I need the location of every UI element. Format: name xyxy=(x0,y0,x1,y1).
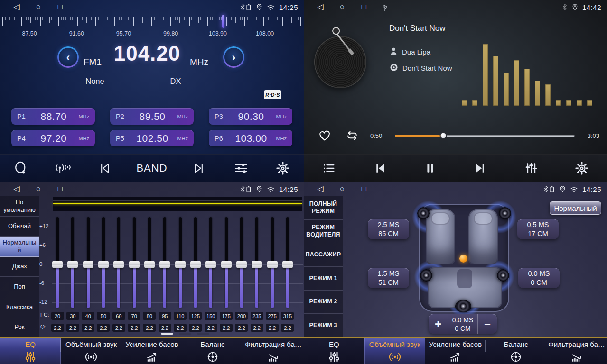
eq-band-slider[interactable] xyxy=(97,216,110,309)
preset-button-p1[interactable]: P188.70MHz xyxy=(11,108,95,125)
eq-slider-knob[interactable] xyxy=(205,261,216,268)
listener-position-ball[interactable] xyxy=(459,255,467,263)
eq-band-slider[interactable] xyxy=(112,216,125,309)
nav-home-icon[interactable]: ○ xyxy=(28,182,49,196)
eq-band-slider[interactable] xyxy=(158,216,171,309)
eq-band-slider[interactable] xyxy=(281,216,294,309)
nav-back-icon[interactable]: ◁ xyxy=(309,0,331,14)
eq-preset-2[interactable]: Обычай xyxy=(0,217,39,237)
nav-home-icon[interactable]: ○ xyxy=(331,0,353,14)
eq-slider-knob[interactable] xyxy=(236,261,247,268)
delay-front-right[interactable]: 0.5 MS 17 CM xyxy=(517,219,559,239)
eq-band-slider[interactable] xyxy=(204,216,217,309)
eq-band-slider[interactable] xyxy=(220,216,233,309)
eq-band-slider[interactable] xyxy=(266,216,279,309)
eq-band-slider[interactable] xyxy=(143,216,156,309)
speaker-front-right[interactable] xyxy=(499,207,511,219)
broadcast-button[interactable] xyxy=(53,159,72,178)
delay-decrease-button[interactable]: − xyxy=(478,314,497,334)
repeat-button[interactable] xyxy=(343,126,362,145)
preset-button-p2[interactable]: P289.50MHz xyxy=(110,108,194,125)
nav-back-icon[interactable]: ◁ xyxy=(6,182,28,196)
pause-button[interactable] xyxy=(420,159,439,178)
eq-band-slider[interactable] xyxy=(235,216,248,309)
tune-up-button[interactable]: › xyxy=(223,46,244,68)
preset-button-p6[interactable]: P6103.00MHz xyxy=(209,130,292,146)
tab-filter-chart[interactable]: Фильтрация ба… xyxy=(546,338,607,364)
eq-slider-knob[interactable] xyxy=(221,261,232,268)
eq-band-slider[interactable] xyxy=(250,216,263,309)
nav-recent-icon[interactable]: □ xyxy=(49,0,71,14)
eq-slider-knob[interactable] xyxy=(144,261,155,268)
scan-button[interactable] xyxy=(11,159,30,178)
eq-settings-button[interactable] xyxy=(522,159,541,178)
eq-preset-3[interactable]: Нормальный xyxy=(0,237,39,257)
eq-slider-knob[interactable] xyxy=(83,261,93,268)
eq-band-slider[interactable] xyxy=(128,216,141,309)
seek-up-button[interactable] xyxy=(190,159,209,178)
nav-recent-icon[interactable]: □ xyxy=(49,182,71,196)
preset-button-p5[interactable]: P5102.50MHz xyxy=(110,130,194,146)
eq-slider-knob[interactable] xyxy=(267,261,278,268)
preset-button-p3[interactable]: P390.30MHz xyxy=(209,108,292,125)
eq-preset-4[interactable]: Джаз xyxy=(0,257,39,277)
eq-slider-knob[interactable] xyxy=(282,261,293,268)
eq-slider-knob[interactable] xyxy=(129,261,140,268)
next-track-button[interactable] xyxy=(471,159,490,178)
eq-slider-knob[interactable] xyxy=(98,261,109,268)
surround-preset-button[interactable]: Нормальный xyxy=(550,201,601,215)
eq-slider-knob[interactable] xyxy=(159,261,170,268)
eq-slider-knob[interactable] xyxy=(252,261,262,268)
eq-preset-1[interactable]: По умолчанию xyxy=(0,196,39,217)
tab-surround-wave[interactable]: Объёмный звук xyxy=(61,338,121,364)
eq-preset-6[interactable]: Классика xyxy=(0,297,39,318)
speaker-front-left[interactable] xyxy=(417,207,430,219)
eq-band-slider[interactable] xyxy=(189,216,202,309)
previous-track-button[interactable] xyxy=(370,159,389,178)
eq-band-slider[interactable] xyxy=(174,216,187,309)
eq-slider-knob[interactable] xyxy=(190,261,201,268)
seek-bar[interactable] xyxy=(395,135,575,137)
mode-5[interactable]: РЕЖИМ 2 xyxy=(304,291,343,314)
speaker-rear-right[interactable] xyxy=(497,269,509,282)
eq-preset-5[interactable]: Поп xyxy=(0,277,39,297)
subwoofer[interactable] xyxy=(455,300,471,312)
tab-bass-boost[interactable]: Усиление басов xyxy=(121,338,182,364)
eq-slider-knob[interactable] xyxy=(67,261,78,268)
band-button[interactable]: BAND xyxy=(136,159,167,178)
nav-recent-icon[interactable]: □ xyxy=(353,182,375,196)
mode-6[interactable]: РЕЖИМ 3 xyxy=(304,314,343,337)
nav-back-icon[interactable]: ◁ xyxy=(6,0,28,14)
delay-increase-button[interactable]: + xyxy=(429,314,448,334)
eq-preset-7[interactable]: Рок xyxy=(0,317,39,337)
playlist-button[interactable] xyxy=(319,159,338,178)
speaker-rear-left[interactable] xyxy=(420,269,432,282)
tab-balance-target[interactable]: Баланс xyxy=(182,338,243,364)
frequency-dial[interactable]: 87.5091.6095.7099.80103.90108.00 xyxy=(0,14,304,39)
mode-4[interactable]: РЕЖИМ 1 xyxy=(304,267,343,291)
preset-button-p4[interactable]: P497.20MHz xyxy=(11,130,95,146)
delay-rear-right[interactable]: 0.0 MS 0 CM xyxy=(518,268,560,288)
nav-home-icon[interactable]: ○ xyxy=(28,0,49,14)
tab-eq-sliders[interactable]: EQ xyxy=(0,338,61,364)
mode-1[interactable]: ПОЛНЫЙ РЕЖИМ xyxy=(304,196,343,220)
settings-button[interactable] xyxy=(273,159,292,178)
eq-band-slider[interactable] xyxy=(82,216,95,309)
eq-slider-knob[interactable] xyxy=(113,261,124,268)
eq-band-slider[interactable] xyxy=(66,216,79,309)
tab-surround-wave[interactable]: Объёмный звук xyxy=(364,338,425,364)
tab-balance-target[interactable]: Баланс xyxy=(486,338,546,364)
eq-slider-knob[interactable] xyxy=(175,261,186,268)
favorite-button[interactable] xyxy=(315,126,334,145)
delay-rear-left[interactable]: 1.5 MS 51 CM xyxy=(368,268,409,288)
nav-recent-icon[interactable]: □ xyxy=(353,0,375,14)
tab-eq-sliders[interactable]: EQ xyxy=(304,338,364,364)
eq-slider-knob[interactable] xyxy=(52,261,63,268)
eq-band-slider[interactable] xyxy=(51,216,64,309)
settings-button[interactable] xyxy=(572,159,591,178)
seek-knob[interactable] xyxy=(440,132,447,139)
tune-down-button[interactable]: ‹ xyxy=(57,46,79,68)
delay-front-left[interactable]: 2.5 MS 85 CM xyxy=(368,219,409,239)
mode-2[interactable]: РЕЖИМ ВОДИТЕЛЯ xyxy=(304,220,343,244)
mode-3[interactable]: ПАССАЖИР xyxy=(304,243,343,267)
